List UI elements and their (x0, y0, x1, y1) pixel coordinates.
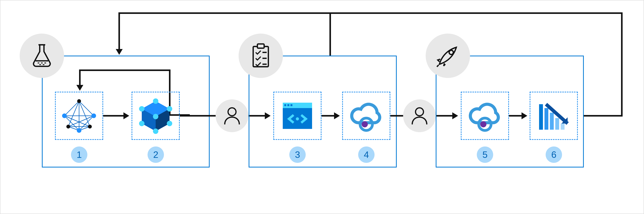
actor-2 (403, 100, 436, 132)
architecture-diagram: 1 2 (0, 0, 644, 214)
svg-rect-38 (288, 104, 289, 106)
svg-point-24 (167, 121, 172, 126)
svg-rect-51 (561, 124, 564, 130)
svg-point-46 (480, 121, 486, 127)
svg-point-25 (153, 128, 158, 134)
svg-line-1 (64, 101, 79, 116)
step-tile-4 (342, 92, 390, 140)
svg-rect-39 (290, 104, 292, 106)
neural-network-icon (60, 96, 98, 135)
svg-point-29 (228, 108, 236, 116)
arrow-step3-to-step4 (322, 115, 335, 116)
svg-point-18 (77, 128, 82, 133)
svg-rect-36 (283, 103, 312, 108)
step-number-1: 1 (71, 146, 87, 163)
step-number-5: 5 (477, 146, 493, 163)
svg-rect-31 (258, 44, 264, 48)
step-tile-1 (55, 92, 103, 140)
arrow-step1-to-step2 (103, 115, 124, 116)
svg-line-0 (79, 101, 94, 116)
svg-rect-37 (284, 104, 286, 106)
step-tile-3 (273, 92, 322, 140)
arrow-to-person2 (390, 115, 404, 116)
arrow-stage1-out (180, 115, 210, 116)
stage-badge-test (238, 34, 283, 78)
code-app-icon (278, 96, 317, 135)
cloud-service-icon (347, 96, 386, 135)
feedback-arrowhead-stage1 (116, 49, 123, 55)
stage-badge-experiment (20, 34, 64, 78)
rocket-icon (434, 42, 461, 69)
model-cube-icon (136, 96, 175, 135)
person-icon (409, 105, 430, 126)
svg-rect-50 (555, 118, 559, 130)
stage-badge-deploy (426, 34, 470, 78)
svg-point-28 (153, 114, 158, 119)
svg-point-14 (66, 125, 70, 128)
svg-point-13 (77, 99, 81, 103)
feedback-top-rail (118, 12, 622, 14)
step-number-3-text: 3 (295, 149, 300, 160)
svg-rect-49 (550, 113, 554, 130)
feedback-riser-from-stage2 (330, 12, 331, 56)
step-number-4-text: 4 (364, 149, 369, 160)
step-number-6-text: 6 (551, 149, 556, 160)
svg-point-42 (362, 121, 368, 127)
feedback-riser-from-step6 (621, 12, 622, 116)
svg-point-27 (139, 106, 144, 112)
step-number-3: 3 (289, 146, 306, 163)
svg-rect-48 (544, 108, 548, 130)
clipboard-icon (247, 42, 274, 69)
step-tile-6 (530, 92, 578, 140)
arrow-step1-to-step2-head (124, 112, 129, 119)
step-number-5-text: 5 (482, 149, 488, 160)
svg-point-15 (88, 125, 92, 128)
declining-chart-icon (534, 96, 573, 135)
svg-point-22 (153, 98, 158, 104)
actor-1 (216, 100, 248, 132)
arrow-step5-to-step6-head (522, 112, 527, 119)
svg-point-16 (92, 114, 96, 118)
flask-icon (28, 42, 55, 69)
cloud-service-icon (466, 96, 504, 135)
step-tile-5 (461, 92, 509, 140)
svg-point-44 (449, 50, 454, 54)
step-number-2: 2 (148, 146, 164, 163)
svg-point-26 (139, 121, 144, 126)
svg-point-17 (62, 114, 67, 118)
svg-point-40 (296, 117, 299, 120)
step-number-4: 4 (358, 146, 374, 163)
step-number-2-text: 2 (153, 149, 158, 160)
feedback-drop-to-stage1 (118, 12, 120, 50)
svg-point-43 (416, 108, 423, 116)
step-number-6: 6 (546, 146, 562, 163)
step-tile-2 (132, 92, 180, 140)
person-icon (222, 105, 243, 126)
arrow-step5-to-step6 (509, 115, 522, 116)
arrow-step3-to-step4-head (334, 112, 340, 119)
arrow-to-person1 (210, 115, 216, 116)
step-number-1-text: 1 (76, 149, 82, 160)
svg-point-23 (167, 106, 172, 112)
svg-rect-47 (539, 104, 543, 130)
feedback-from-step6 (584, 115, 622, 116)
